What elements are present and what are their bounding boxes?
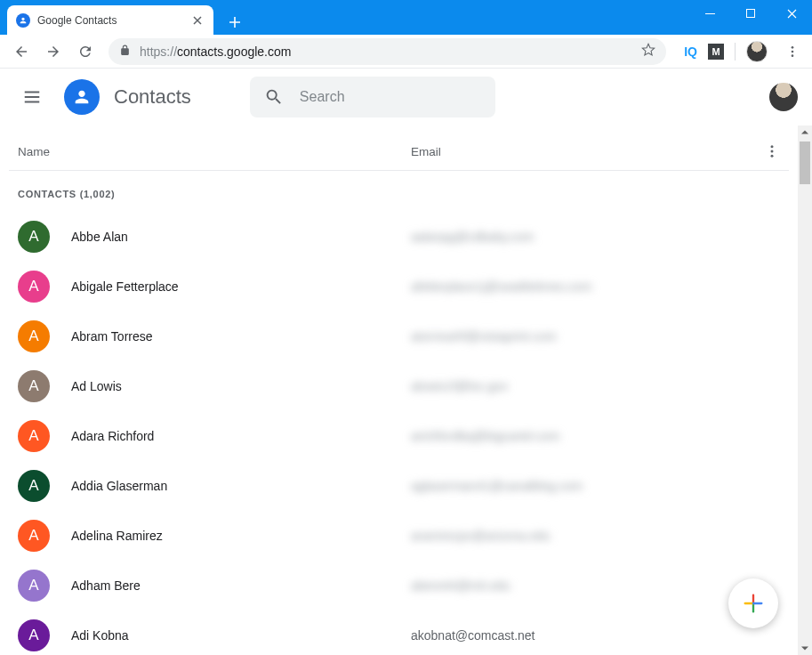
tab-strip: Google Contacts [0, 0, 247, 35]
content-area: Name Email CONTACTS (1,002) AAbbe Alanaa… [0, 125, 798, 655]
svg-point-4 [771, 145, 774, 148]
url-text: https://contacts.google.com [140, 44, 632, 59]
contact-row[interactable]: AAbigale Fetterplaceafetterplace1j@seatt… [9, 262, 789, 311]
window-maximize-button[interactable] [730, 0, 771, 27]
reload-button[interactable] [71, 37, 100, 66]
plus-icon [741, 591, 766, 616]
svg-point-5 [771, 150, 774, 153]
account-avatar[interactable] [769, 83, 798, 111]
contact-row[interactable]: AAbbe Alanaalanpg@cdbaby.com [9, 212, 789, 262]
contact-avatar: A [18, 520, 50, 552]
scroll-thumb[interactable] [800, 142, 810, 184]
lock-icon [119, 44, 131, 60]
contact-email: aramirezpv@arizona.edu [411, 529, 780, 543]
extension-m-icon[interactable]: M [708, 44, 724, 60]
browser-toolbar: https://contacts.google.com IQ M [0, 35, 812, 69]
contact-name: Abbe Alan [71, 230, 411, 244]
svg-point-1 [792, 46, 794, 49]
contact-email: alowis1f@loc.gov [411, 379, 780, 393]
contact-name: Adham Bere [71, 578, 411, 593]
section-label: CONTACTS (1,002) [9, 171, 789, 212]
contact-email: arichfordbq@bigcartel.com [411, 429, 780, 443]
tab-title: Google Contacts [37, 14, 183, 27]
forward-button[interactable] [39, 37, 68, 66]
contact-avatar: A [18, 320, 50, 352]
search-box[interactable] [250, 77, 495, 117]
contact-row[interactable]: AAddia Glasermanaglaserman41@canalblog.c… [9, 461, 789, 511]
contact-name: Addia Glaserman [71, 479, 411, 493]
contact-email: aalanpg@cdbaby.com [411, 230, 780, 244]
contact-row[interactable]: AAdelina Ramirezaramirezpv@arizona.edu [9, 511, 789, 561]
app-header: Contacts [0, 69, 812, 125]
svg-point-3 [792, 54, 794, 57]
contact-name: Adelina Ramirez [71, 529, 411, 543]
contact-avatar: A [18, 470, 50, 502]
scroll-down-arrow-icon[interactable] [798, 641, 812, 655]
contact-email: atorresehf@vistaprint.com [411, 329, 780, 344]
separator [735, 43, 736, 61]
back-button[interactable] [7, 37, 36, 66]
bookmark-star-icon[interactable] [641, 43, 655, 61]
column-header-email[interactable]: Email [411, 145, 744, 158]
contact-name: Adara Richford [71, 429, 411, 443]
vertical-scrollbar[interactable] [798, 125, 812, 655]
contact-email: afetterplace1j@seattletimes.com [411, 279, 780, 294]
contacts-logo [64, 79, 100, 115]
svg-rect-0 [747, 10, 755, 18]
contact-avatar: A [18, 221, 50, 253]
extension-iq-icon[interactable]: IQ [684, 44, 697, 59]
profile-avatar-small[interactable] [746, 41, 768, 62]
window-close-button[interactable] [771, 0, 812, 27]
contact-name: Abigale Fetterplace [71, 279, 411, 294]
svg-point-6 [771, 155, 774, 158]
contact-avatar: A [18, 420, 50, 452]
contact-row[interactable]: AAd Lowisalowis1f@loc.gov [9, 361, 789, 411]
contact-email: akobnat@comcast.net [411, 628, 780, 643]
contact-row[interactable]: AAbram Torreseatorresehf@vistaprint.com [9, 311, 789, 361]
tab-close-button[interactable] [190, 13, 205, 28]
address-bar[interactable]: https://contacts.google.com [109, 38, 666, 65]
window-minimize-button[interactable] [689, 0, 730, 27]
create-contact-fab[interactable] [728, 578, 778, 628]
scroll-up-arrow-icon[interactable] [798, 125, 812, 140]
new-tab-button[interactable] [222, 10, 247, 35]
contact-name: Abram Torrese [71, 329, 411, 344]
extension-icons: IQ M [675, 41, 776, 62]
column-header-row: Name Email [9, 143, 789, 171]
contact-email: abere44@mit.edu [411, 578, 780, 593]
svg-point-2 [792, 50, 794, 53]
contact-name: Adi Kobna [71, 628, 411, 643]
contact-avatar: A [18, 619, 50, 651]
contact-row[interactable]: AAdham Bereabere44@mit.edu [9, 561, 789, 611]
app-title: Contacts [114, 85, 191, 109]
contact-row[interactable]: AAdara Richfordarichfordbq@bigcartel.com [9, 411, 789, 461]
window-titlebar: Google Contacts [0, 0, 812, 35]
browser-menu-button[interactable] [780, 44, 805, 59]
column-header-name[interactable]: Name [18, 145, 411, 158]
list-settings-button[interactable] [744, 143, 780, 159]
window-controls [689, 0, 812, 27]
contacts-favicon [16, 13, 30, 28]
browser-tab[interactable]: Google Contacts [7, 5, 213, 35]
contact-name: Ad Lowis [71, 379, 411, 393]
search-icon [264, 87, 284, 107]
main-menu-button[interactable] [14, 79, 50, 115]
search-input[interactable] [300, 89, 481, 105]
contact-avatar: A [18, 570, 50, 602]
contact-avatar: A [18, 370, 50, 402]
contact-row[interactable]: AAdi Kobnaakobnat@comcast.net [9, 611, 789, 655]
contact-email: aglaserman41@canalblog.com [411, 479, 780, 493]
contact-avatar: A [18, 271, 50, 303]
